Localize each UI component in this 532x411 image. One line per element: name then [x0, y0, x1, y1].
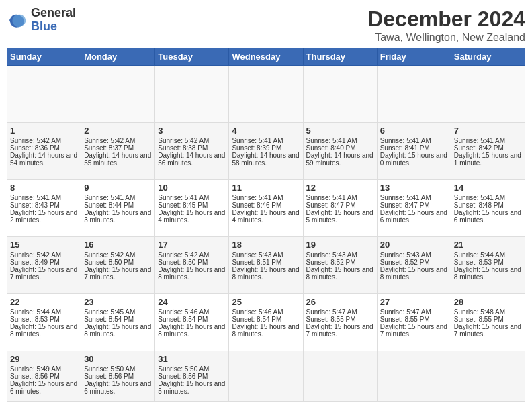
day-cell: [229, 66, 303, 123]
week-row-1: [7, 66, 525, 123]
day-info: Daylight: 15 hours and 5 minutes.: [306, 209, 374, 224]
day-info: Daylight: 15 hours and 6 minutes.: [380, 209, 448, 224]
day-info: Sunrise: 5:42 AM: [158, 251, 226, 259]
day-info: Daylight: 15 hours and 8 minutes.: [232, 323, 300, 338]
day-info: Sunset: 8:55 PM: [306, 316, 374, 323]
day-info: Sunrise: 5:41 AM: [10, 194, 78, 201]
day-info: Sunrise: 5:48 AM: [454, 308, 522, 316]
day-info: Daylight: 15 hours and 5 minutes.: [158, 380, 226, 395]
day-number: 9: [84, 183, 152, 193]
day-info: Sunrise: 5:47 AM: [380, 308, 448, 316]
day-cell: 22Sunrise: 5:44 AMSunset: 8:53 PMDayligh…: [7, 294, 81, 351]
day-cell: 24Sunrise: 5:46 AMSunset: 8:54 PMDayligh…: [155, 294, 229, 351]
day-info: Sunset: 8:55 PM: [380, 316, 448, 323]
day-cell: 27Sunrise: 5:47 AMSunset: 8:55 PMDayligh…: [377, 294, 451, 351]
day-cell: 20Sunrise: 5:43 AMSunset: 8:52 PMDayligh…: [377, 237, 451, 294]
day-cell: 14Sunrise: 5:41 AMSunset: 8:48 PMDayligh…: [451, 180, 525, 237]
week-row-5: 22Sunrise: 5:44 AMSunset: 8:53 PMDayligh…: [7, 294, 525, 351]
day-info: Sunset: 8:56 PM: [10, 373, 78, 380]
day-number: 1: [10, 126, 78, 136]
day-info: Sunset: 8:51 PM: [232, 259, 300, 266]
column-header-sunday: Sunday: [7, 48, 81, 66]
day-number: 22: [10, 297, 78, 307]
day-number: 20: [380, 240, 448, 250]
day-info: Sunset: 8:54 PM: [158, 316, 226, 323]
day-cell: 7Sunrise: 5:41 AMSunset: 8:42 PMDaylight…: [451, 123, 525, 180]
day-number: 30: [84, 354, 152, 364]
day-info: Sunset: 8:50 PM: [158, 259, 226, 266]
day-info: Sunset: 8:50 PM: [84, 259, 152, 266]
day-number: 16: [84, 240, 152, 250]
day-cell: 23Sunrise: 5:45 AMSunset: 8:54 PMDayligh…: [81, 294, 155, 351]
day-info: Daylight: 15 hours and 4 minutes.: [158, 209, 226, 224]
day-info: Daylight: 15 hours and 8 minutes.: [84, 323, 152, 338]
day-info: Daylight: 15 hours and 6 minutes.: [84, 380, 152, 395]
day-info: Daylight: 14 hours and 54 minutes.: [10, 152, 78, 167]
day-number: 27: [380, 297, 448, 307]
day-info: Daylight: 15 hours and 8 minutes.: [380, 266, 448, 281]
logo-icon: [7, 9, 28, 31]
day-number: 21: [454, 240, 522, 250]
day-number: 18: [232, 240, 300, 250]
day-info: Daylight: 15 hours and 8 minutes.: [10, 323, 78, 338]
day-info: Sunrise: 5:41 AM: [232, 194, 300, 201]
day-cell: 16Sunrise: 5:42 AMSunset: 8:50 PMDayligh…: [81, 237, 155, 294]
day-info: Sunset: 8:37 PM: [84, 144, 152, 152]
day-cell: 21Sunrise: 5:44 AMSunset: 8:53 PMDayligh…: [451, 237, 525, 294]
day-info: Daylight: 15 hours and 8 minutes.: [232, 266, 300, 281]
day-cell: 31Sunrise: 5:50 AMSunset: 8:56 PMDayligh…: [155, 351, 229, 402]
day-info: Sunset: 8:45 PM: [158, 201, 226, 209]
day-info: Sunrise: 5:43 AM: [306, 251, 374, 259]
day-cell: 29Sunrise: 5:49 AMSunset: 8:56 PMDayligh…: [7, 351, 81, 402]
day-info: Sunset: 8:41 PM: [380, 144, 448, 152]
day-cell: [155, 66, 229, 123]
day-info: Daylight: 15 hours and 8 minutes.: [158, 323, 226, 338]
day-cell: 25Sunrise: 5:46 AMSunset: 8:54 PMDayligh…: [229, 294, 303, 351]
day-info: Daylight: 14 hours and 59 minutes.: [306, 152, 374, 167]
day-info: Sunrise: 5:46 AM: [158, 308, 226, 316]
day-number: 5: [306, 126, 374, 136]
day-info: Sunrise: 5:50 AM: [84, 365, 152, 373]
day-info: Daylight: 14 hours and 55 minutes.: [84, 152, 152, 167]
page-subtitle: Tawa, Wellington, New Zealand: [367, 32, 525, 44]
day-cell: 12Sunrise: 5:41 AMSunset: 8:47 PMDayligh…: [303, 180, 377, 237]
day-cell: 18Sunrise: 5:43 AMSunset: 8:51 PMDayligh…: [229, 237, 303, 294]
column-headers: SundayMondayTuesdayWednesdayThursdayFrid…: [7, 48, 525, 66]
day-cell: 19Sunrise: 5:43 AMSunset: 8:52 PMDayligh…: [303, 237, 377, 294]
day-info: Daylight: 14 hours and 56 minutes.: [158, 152, 226, 167]
day-info: Sunrise: 5:42 AM: [158, 137, 226, 144]
day-info: Sunrise: 5:45 AM: [84, 308, 152, 316]
logo-text: General Blue: [31, 7, 76, 34]
day-cell: [303, 66, 377, 123]
column-header-wednesday: Wednesday: [229, 48, 303, 66]
day-info: Sunset: 8:36 PM: [10, 144, 78, 152]
day-cell: 15Sunrise: 5:42 AMSunset: 8:49 PMDayligh…: [7, 237, 81, 294]
day-info: Sunrise: 5:41 AM: [454, 194, 522, 201]
page-title: December 2024: [367, 7, 525, 32]
day-info: Sunrise: 5:43 AM: [232, 251, 300, 259]
day-cell: 10Sunrise: 5:41 AMSunset: 8:45 PMDayligh…: [155, 180, 229, 237]
day-number: 19: [306, 240, 374, 250]
day-cell: [81, 66, 155, 123]
day-cell: 8Sunrise: 5:41 AMSunset: 8:43 PMDaylight…: [7, 180, 81, 237]
page-header: General Blue December 2024 Tawa, Welling…: [7, 7, 525, 44]
day-info: Daylight: 15 hours and 8 minutes.: [306, 266, 374, 281]
calendar-table: SundayMondayTuesdayWednesdayThursdayFrid…: [7, 48, 525, 402]
day-info: Sunset: 8:56 PM: [84, 373, 152, 380]
day-info: Sunset: 8:52 PM: [380, 259, 448, 266]
day-number: 28: [454, 297, 522, 307]
day-number: 25: [232, 297, 300, 307]
day-info: Sunset: 8:52 PM: [306, 259, 374, 266]
column-header-saturday: Saturday: [451, 48, 525, 66]
day-info: Sunrise: 5:41 AM: [306, 137, 374, 144]
day-number: 23: [84, 297, 152, 307]
week-row-3: 8Sunrise: 5:41 AMSunset: 8:43 PMDaylight…: [7, 180, 525, 237]
day-number: 10: [158, 183, 226, 193]
day-cell: 1Sunrise: 5:42 AMSunset: 8:36 PMDaylight…: [7, 123, 81, 180]
day-number: 15: [10, 240, 78, 250]
day-cell: [451, 66, 525, 123]
day-cell: 13Sunrise: 5:41 AMSunset: 8:47 PMDayligh…: [377, 180, 451, 237]
day-number: 12: [306, 183, 374, 193]
day-cell: 4Sunrise: 5:41 AMSunset: 8:39 PMDaylight…: [229, 123, 303, 180]
day-info: Sunrise: 5:41 AM: [380, 137, 448, 144]
